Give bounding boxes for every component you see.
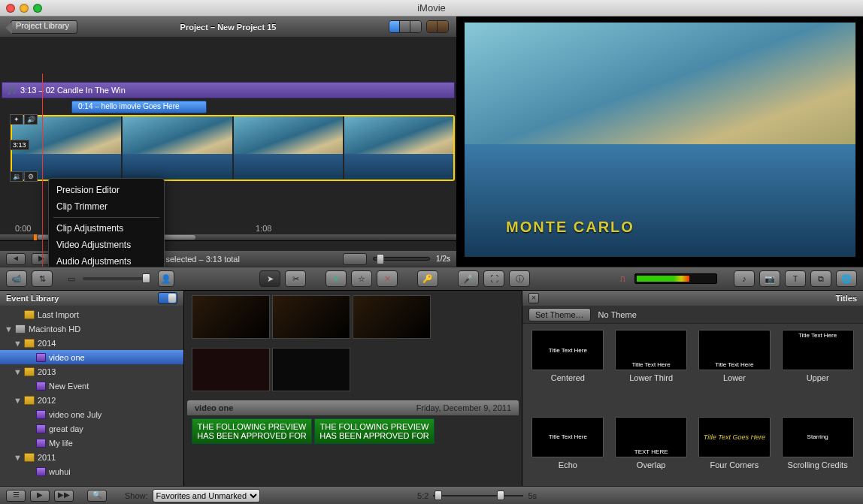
- event-tree-row[interactable]: New Event: [0, 379, 183, 393]
- maps-browser-button[interactable]: 🌐: [836, 270, 857, 287]
- event-thumbnail[interactable]: THE FOLLOWING PREVIEW HAS BEEN APPROVED …: [192, 418, 312, 444]
- ctx-clip-adjustments[interactable]: Clip Adjustments: [49, 220, 164, 237]
- preview-frame[interactable]: MONTE CARLO: [465, 23, 855, 257]
- reject-button[interactable]: ✕: [377, 270, 398, 287]
- event-tree-row[interactable]: ▼2014: [0, 336, 183, 350]
- event-tree-row[interactable]: ▼2011: [0, 450, 183, 464]
- voiceover-button[interactable]: 🎤: [458, 270, 479, 287]
- key-icon: 🔑: [422, 274, 433, 284]
- event-tree-row[interactable]: great day: [0, 421, 183, 436]
- event-tree-row[interactable]: ▼2013: [0, 364, 183, 379]
- title-template-upper[interactable]: Title Text HereUpper: [778, 330, 857, 411]
- favorite-button[interactable]: ★: [326, 270, 347, 287]
- clip-volume-icon[interactable]: 🔉: [10, 171, 23, 182]
- event-date: Friday, December 9, 2011: [416, 403, 511, 412]
- arrow-tool-button[interactable]: ➤: [259, 270, 280, 287]
- clip-marker-icon[interactable]: ✦: [10, 114, 23, 125]
- folder-icon: [24, 310, 35, 319]
- crop-button[interactable]: ⛶: [483, 270, 504, 287]
- star-icon: [36, 467, 46, 476]
- set-theme-button[interactable]: Set Theme…: [528, 308, 591, 321]
- event-tree-row[interactable]: video one July: [0, 407, 183, 421]
- info-icon: ⓘ: [516, 273, 524, 285]
- title-template-echo[interactable]: Title Text HereEcho: [528, 417, 607, 498]
- ctx-clip-trimmer[interactable]: Clip Trimmer: [49, 198, 164, 215]
- title-template-overlap[interactable]: TEXT HEREOverlap: [612, 417, 691, 498]
- titles-browser-button[interactable]: T: [785, 270, 806, 287]
- video-clip-filmstrip[interactable]: [11, 115, 455, 181]
- title-icon: T: [793, 274, 798, 283]
- title-template-scrolling-credits[interactable]: StarringScrolling Credits: [778, 417, 857, 498]
- import-camera-button[interactable]: 📹: [6, 270, 27, 287]
- photo-browser-button[interactable]: 📷: [759, 270, 780, 287]
- event-tree-label: Last Import: [38, 310, 79, 319]
- audio-level-meter: [634, 273, 717, 284]
- event-tree-row[interactable]: video one: [0, 350, 183, 364]
- play-event-button[interactable]: ▶: [30, 490, 50, 502]
- titles-panel-header: × Titles: [522, 291, 863, 306]
- clip-audio-icon[interactable]: 🔊: [24, 114, 38, 125]
- audio-wave-icon: ⎍: [620, 274, 625, 283]
- transition-icon: ⧉: [818, 274, 824, 284]
- disclosure-icon: ▼: [5, 324, 12, 333]
- title-template-centered[interactable]: Title Text HereCentered: [528, 330, 607, 411]
- title-clip[interactable]: 0:14 – hello imovie Goes Here: [71, 101, 207, 113]
- title-preview: Title Text Here: [698, 330, 771, 370]
- playhead[interactable]: [42, 74, 43, 267]
- clip-gear-icon[interactable]: ⚙: [24, 171, 38, 182]
- ctx-video-adjustments[interactable]: Video Adjustments: [49, 237, 164, 253]
- event-library-title: Event Library: [6, 294, 59, 303]
- thumbnail-size-slider[interactable]: [83, 277, 150, 280]
- ruler-tick: 1:08: [256, 224, 376, 233]
- event-tree-label: great day: [49, 424, 83, 433]
- event-view-toggle[interactable]: [158, 292, 177, 304]
- event-tree-row[interactable]: Last Import: [0, 307, 183, 321]
- go-to-start-button[interactable]: ◄: [6, 253, 26, 265]
- transitions-browser-button[interactable]: ⧉: [810, 270, 831, 287]
- event-toolbar: ☰ ▶ ▶▶ 🔍 Show: Favorites and Unmarked 5:…: [0, 486, 863, 504]
- event-thumbnail[interactable]: [353, 295, 431, 339]
- event-tree-row[interactable]: My life: [0, 436, 183, 450]
- camera-icon: 📹: [11, 274, 22, 284]
- unmark-button[interactable]: ☆: [351, 270, 372, 287]
- people-button[interactable]: 👤: [158, 270, 174, 287]
- event-thumbnail[interactable]: [192, 348, 270, 391]
- inspector-button[interactable]: ⓘ: [509, 270, 530, 287]
- event-tree-row[interactable]: ▼2012: [0, 393, 183, 407]
- star-outline-icon: ☆: [358, 274, 365, 284]
- title-template-lower[interactable]: Title Text HereLower: [695, 330, 774, 411]
- event-thumbnail[interactable]: [272, 348, 350, 391]
- title-template-lower-third[interactable]: Title Text HereLower Third: [612, 330, 691, 411]
- show-filter-select[interactable]: Favorites and Unmarked: [153, 489, 260, 502]
- edit-tool-button[interactable]: ✂: [285, 270, 306, 287]
- thumbnail-zoom-slider[interactable]: [373, 257, 430, 261]
- event-tree-row[interactable]: ▼Macintosh HD: [0, 321, 183, 336]
- event-name: video one: [195, 403, 233, 412]
- title-template-four-corners[interactable]: Title Text Goes HereFour Corners: [695, 417, 774, 498]
- audio-track-clip[interactable]: 🎵 3:13 – 02 Candle In The Win: [2, 82, 455, 98]
- star-icon: [36, 424, 46, 433]
- project-title: Project – New Project 15: [0, 23, 456, 32]
- duration-slider[interactable]: [433, 490, 523, 501]
- preview-title-overlay: MONTE CARLO: [506, 219, 634, 236]
- close-titles-button[interactable]: ×: [528, 293, 539, 303]
- swap-layout-button[interactable]: ⇅: [32, 270, 53, 287]
- audio-meter-toggle[interactable]: ⎍: [615, 273, 630, 284]
- event-library-header: Event Library: [0, 291, 183, 306]
- title-preview: TEXT HERE: [615, 417, 687, 457]
- title-caption: Lower: [723, 373, 746, 382]
- events-list-button[interactable]: ☰: [6, 490, 26, 502]
- event-tree: Last Import▼Macintosh HD▼2014video one▼2…: [0, 306, 183, 503]
- search-button[interactable]: 🔍: [87, 490, 107, 502]
- event-thumbnail[interactable]: [272, 295, 350, 339]
- play-full-button[interactable]: ▶▶: [54, 490, 74, 502]
- waveform-toggle[interactable]: [343, 253, 367, 265]
- project-panel: Project Library Project – New Project 15…: [0, 17, 457, 267]
- event-thumbnail[interactable]: [192, 295, 270, 339]
- music-browser-button[interactable]: ♪: [734, 270, 755, 287]
- event-thumbnail[interactable]: THE FOLLOWING PREVIEW HAS BEEN APPROVED …: [314, 418, 435, 444]
- ctx-precision-editor[interactable]: Precision Editor: [49, 182, 164, 198]
- keyword-button[interactable]: 🔑: [417, 270, 438, 287]
- event-tree-row[interactable]: wuhui: [0, 464, 183, 478]
- ctx-audio-adjustments[interactable]: Audio Adjustments: [49, 253, 164, 267]
